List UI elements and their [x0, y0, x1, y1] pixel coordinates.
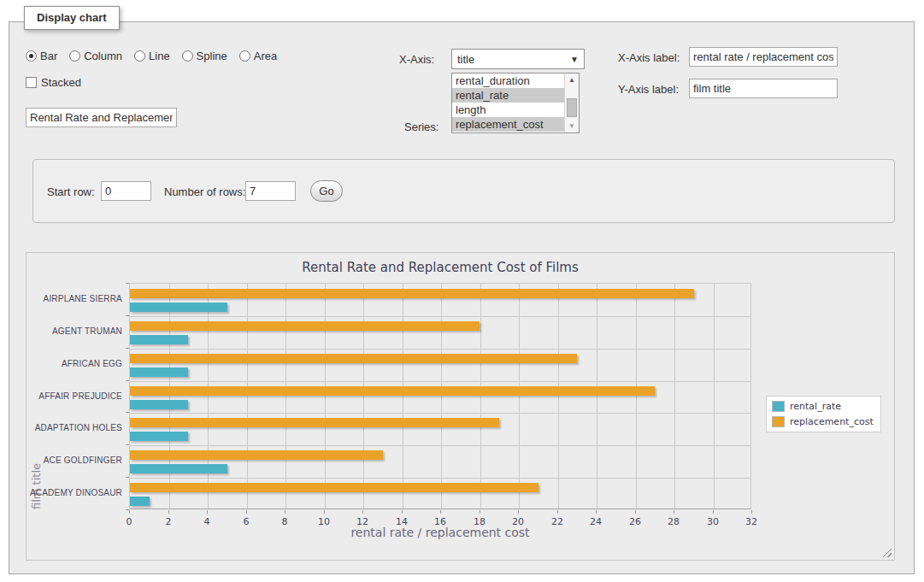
gridline: [169, 284, 170, 509]
stacked-label: Stacked: [41, 76, 81, 89]
chart-type-option-label: Column: [84, 50, 122, 62]
dropdown-arrow-icon: ▼: [570, 55, 579, 64]
chart-type-option-label: Bar: [40, 50, 57, 62]
gridline: [480, 284, 481, 509]
row-range-panel: [32, 159, 895, 223]
series-option-length[interactable]: length: [452, 103, 564, 117]
page: Display chart BarColumnLineSplineArea St…: [0, 0, 924, 582]
chart-type-option-line[interactable]: Line: [134, 50, 170, 62]
scrollbar-track[interactable]: [565, 86, 579, 120]
y-axis-label-input[interactable]: [689, 79, 838, 98]
stacked-option[interactable]: Stacked: [26, 76, 81, 89]
y-tick-mark: [126, 477, 129, 478]
legend-swatch-icon: [772, 401, 785, 412]
series-option-rental_rate[interactable]: rental_rate: [452, 88, 564, 103]
y-tick-mark: [126, 315, 129, 316]
x-tick-mark: [557, 510, 558, 514]
resize-handle-icon[interactable]: [882, 548, 892, 557]
x-tick-mark: [518, 510, 519, 514]
x-tick-mark: [751, 510, 752, 514]
x-tick-mark: [129, 510, 130, 514]
gridline: [325, 284, 326, 509]
chart-container: Rental Rate and Replacement Cost of Film…: [26, 252, 895, 561]
go-button[interactable]: Go: [310, 180, 343, 202]
num-rows-label: Number of rows:: [164, 185, 245, 198]
stacked-checkbox-icon[interactable]: [26, 77, 37, 88]
series-listbox-label: Series:: [404, 121, 438, 133]
start-row-label: Start row:: [47, 185, 95, 198]
gridline: [130, 316, 750, 317]
gridline: [558, 284, 559, 509]
x-tick-mark: [168, 510, 169, 514]
y-tick-mark: [126, 509, 129, 510]
gridline: [130, 381, 750, 382]
x-tick-mark: [674, 510, 674, 514]
radio-icon[interactable]: [239, 50, 250, 62]
x-axis-select-label: X-Axis:: [399, 53, 434, 66]
chart-bar-replacement_cost: [130, 354, 577, 363]
category-label: AFFAIR PREJUDICE: [26, 391, 122, 401]
chart-type-option-spline[interactable]: Spline: [182, 50, 227, 62]
radio-icon[interactable]: [69, 50, 80, 62]
chart-title: Rental Rate and Replacement Cost of Film…: [129, 260, 751, 275]
chart-bar-rental_rate: [130, 335, 188, 344]
x-tick-mark: [440, 510, 441, 514]
chart-type-option-area[interactable]: Area: [239, 50, 277, 62]
chart-bar-replacement_cost: [130, 386, 655, 396]
radio-icon[interactable]: [134, 50, 145, 62]
gridline: [130, 445, 750, 446]
chart-bar-rental_rate: [130, 367, 188, 377]
chart-bar-rental_rate: [130, 497, 150, 506]
chart-type-option-bar[interactable]: Bar: [26, 50, 57, 62]
legend-item: replacement_cost: [772, 416, 874, 427]
gridline: [285, 284, 286, 509]
scroll-up-icon[interactable]: ▲: [565, 73, 579, 86]
chart-bar-replacement_cost: [130, 483, 539, 492]
x-tick-mark: [480, 510, 480, 514]
chart-bar-rental_rate: [130, 400, 188, 409]
num-rows-input[interactable]: [245, 181, 296, 201]
x-tick-mark: [285, 510, 285, 514]
chart-bar-replacement_cost: [130, 289, 694, 298]
category-label: ACE GOLDFINGER: [26, 456, 122, 465]
x-tick-mark: [362, 510, 363, 514]
y-tick-mark: [126, 444, 129, 445]
chart-bar-rental_rate: [130, 432, 188, 441]
radio-icon[interactable]: [26, 50, 37, 62]
series-option-replacement_cost[interactable]: replacement_cost: [452, 117, 564, 132]
chart-type-option-column[interactable]: Column: [69, 50, 122, 62]
x-axis-label-input[interactable]: [689, 47, 838, 67]
plot-area: [129, 283, 751, 509]
x-axis-select[interactable]: title ▼: [451, 49, 585, 69]
chart-type-option-label: Line: [149, 50, 170, 62]
gridline: [519, 284, 520, 509]
chart-bar-replacement_cost: [130, 321, 480, 331]
start-row-input[interactable]: [101, 181, 151, 201]
chart-bar-rental_rate: [130, 464, 227, 473]
gridline: [130, 413, 750, 414]
chart-type-option-label: Spline: [197, 50, 227, 62]
gridline: [363, 284, 364, 509]
series-listbox-options: rental_durationrental_ratelengthreplacem…: [452, 73, 564, 132]
y-tick-mark: [126, 283, 129, 284]
gridline: [208, 284, 209, 509]
chart-legend: rental_ratereplacement_cost: [766, 396, 881, 432]
gridline: [597, 284, 597, 509]
chart-type-radio-group: BarColumnLineSplineArea: [26, 50, 277, 62]
series-listbox-scrollbar[interactable]: ▲ ▼: [564, 73, 579, 132]
gridline: [674, 284, 675, 509]
x-axis-selected-value: title: [457, 53, 570, 66]
gridline: [130, 349, 750, 350]
y-tick-mark: [126, 380, 129, 381]
x-tick-mark: [246, 510, 247, 514]
gridline: [636, 284, 637, 509]
series-option-rental_duration[interactable]: rental_duration: [452, 73, 564, 88]
chart-title-input[interactable]: [26, 108, 177, 127]
x-tick-mark: [207, 510, 208, 514]
radio-icon[interactable]: [182, 50, 193, 62]
x-tick-mark: [635, 510, 636, 514]
chart-x-axis-title: rental rate / replacement cost: [129, 526, 751, 539]
scroll-down-icon[interactable]: ▼: [565, 120, 579, 132]
scrollbar-thumb[interactable]: [567, 98, 577, 117]
y-tick-mark: [126, 348, 129, 349]
